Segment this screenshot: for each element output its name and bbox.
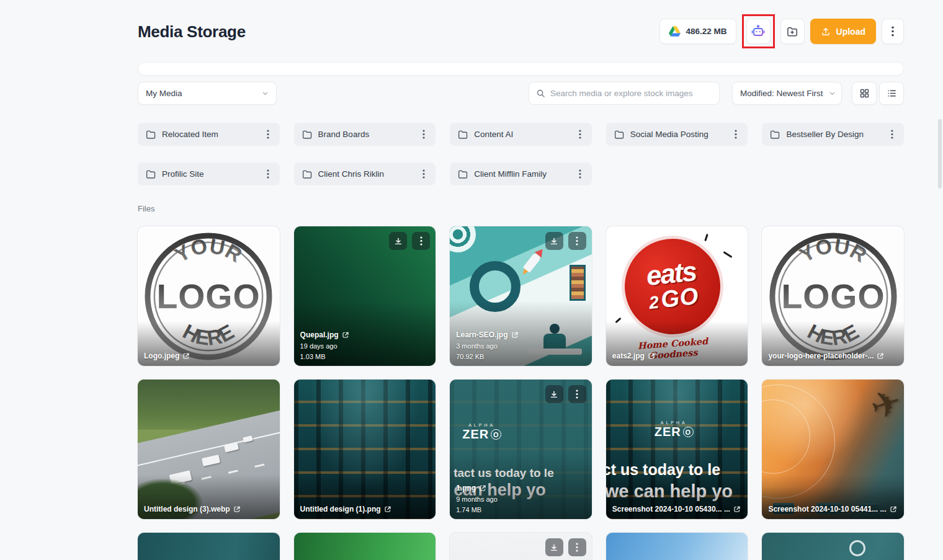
expand-icon[interactable] [233,505,241,513]
collection-label: My Media [146,89,262,98]
search-bar [529,82,720,105]
folder-icon [457,169,468,180]
list-view-icon [887,88,897,99]
folder-more-options-button[interactable] [571,125,589,144]
storage-used-label: 486.22 MB [686,27,727,36]
folder-icon [769,129,780,140]
file-card-learn-seo-jpg[interactable]: Learn-SEO.jpg 3 months ago 70.92 KB [450,226,592,366]
file-meta: Untitled design (1).png [300,505,430,513]
file-card-partial[interactable] [294,533,436,560]
file-meta: your-logo-here-placeholder-... [768,352,898,360]
scrollbar[interactable] [938,119,942,189]
file-more-options-button[interactable] [568,385,586,403]
folder-more-options-button[interactable] [259,165,277,184]
file-meta: Learn-SEO.jpg 3 months ago 70.92 KB [456,331,586,360]
folder-more-options-button[interactable] [259,125,277,144]
folder-brand-boards[interactable]: Brand Boards [294,123,436,146]
collection-select[interactable]: My Media [138,82,277,105]
search-input[interactable] [550,89,712,98]
svg-text:LOGO: LOGO [781,277,885,315]
header-more-options-button[interactable] [882,19,904,44]
expand-icon[interactable] [511,331,519,339]
file-card-logo-jpeg[interactable]: YOUR LOGO HERE Logo.jpeg [138,226,280,366]
sort-select[interactable]: Modified: Newest First [732,82,842,105]
ai-assistant-button[interactable] [746,19,771,44]
thumbnail [294,533,436,560]
upload-label: Upload [836,27,865,37]
card-actions [389,232,430,250]
grid-view-icon [859,88,870,99]
file-meta: Untitled design (3).webp [144,505,274,513]
file-card-partial[interactable] [606,533,748,560]
expand-icon[interactable] [479,484,486,492]
expand-icon[interactable] [648,352,655,360]
thumbnail [138,533,280,560]
card-actions [545,385,586,403]
folder-client-chris-riklin[interactable]: Client Chris Riklin [294,162,436,185]
download-button[interactable] [545,232,563,250]
files-section-label: Files [138,204,154,213]
grid-view-button[interactable] [852,82,877,105]
thumbnail [762,533,904,560]
file-card-partial[interactable] [450,533,592,560]
expand-icon[interactable] [890,505,897,513]
download-button[interactable] [389,232,407,250]
expand-icon[interactable] [733,505,741,513]
file-meta: eats2.jpg [612,352,742,360]
file-card-1-png[interactable]: ALPHA ZERO tact us today to le can help … [450,380,592,519]
ai-robot-icon [751,24,766,39]
folder-profilic-site[interactable]: Profilic Site [138,162,280,185]
kebab-icon [892,26,894,37]
add-folder-button[interactable] [780,19,805,44]
annotation-highlight [742,14,775,48]
file-card-screenshot-05430[interactable]: ALPHA ZERO ct us today to le we can help… [606,380,748,519]
folder-bestseller-by-design[interactable]: Bestseller By Design [762,123,904,146]
file-card-eats2-jpg[interactable]: eats 2GO Home Cooked Goodness eats2.jpg [606,226,748,366]
file-meta: Screenshot 2024-10-10 05441... ... [768,505,898,513]
download-button[interactable] [545,538,563,556]
folder-icon [457,129,468,140]
google-drive-icon [669,26,681,37]
expand-icon[interactable] [877,352,884,360]
file-card-quepal-jpg[interactable]: Quepal.jpg 19 days ago 1.03 MB [294,226,436,366]
file-meta: Logo.jpeg [144,352,274,360]
folder-more-options-button[interactable] [571,165,589,184]
card-actions [545,538,586,556]
file-card-screenshot-05441[interactable]: ✈ Screenshot 2024-10-10 05441... ... [762,380,904,519]
file-meta: Quepal.jpg 19 days ago 1.03 MB [300,331,430,360]
file-card-untitled-design-1[interactable]: Untitled design (1).png [294,380,436,519]
folder-client-mifflin-family[interactable]: Client Mifflin Family [450,162,592,185]
file-card-untitled-design-3[interactable]: Untitled design (3).webp [138,380,280,519]
folder-more-options-button[interactable] [414,125,433,144]
folder-icon [614,129,625,140]
folder-icon [145,129,156,140]
expand-icon[interactable] [182,352,190,360]
folder-social-media-posting[interactable]: Social Media Posting [606,123,748,146]
file-card-partial[interactable] [138,533,280,560]
folder-relocated-item[interactable]: Relocated Item [138,123,280,146]
upload-icon [821,27,831,37]
file-card-your-logo-here[interactable]: YOUR LOGO HERE your-logo-here-placeholde… [762,226,904,366]
file-more-options-button[interactable] [412,232,430,250]
folders-grid: Relocated Item Brand Boards Content AI S… [138,123,904,185]
folder-more-options-button[interactable] [883,125,901,144]
list-view-button[interactable] [879,82,904,105]
file-more-options-button[interactable] [568,232,586,250]
chevron-down-icon [829,90,836,97]
page-title: Media Storage [138,22,246,42]
expand-icon[interactable] [384,505,391,513]
folder-icon [145,169,156,180]
file-card-partial[interactable] [762,533,904,560]
folder-icon [302,169,313,180]
folder-more-options-button[interactable] [726,125,745,144]
view-toggle [852,82,904,105]
upload-button[interactable]: Upload [810,19,876,44]
storage-usage-button[interactable]: 486.22 MB [659,19,736,44]
expand-icon[interactable] [342,331,349,339]
file-more-options-button[interactable] [568,538,586,556]
search-icon [536,89,545,98]
folder-more-options-button[interactable] [414,165,433,184]
folder-content-ai[interactable]: Content AI [450,123,592,146]
download-button[interactable] [545,385,563,403]
chevron-down-icon [262,90,269,97]
